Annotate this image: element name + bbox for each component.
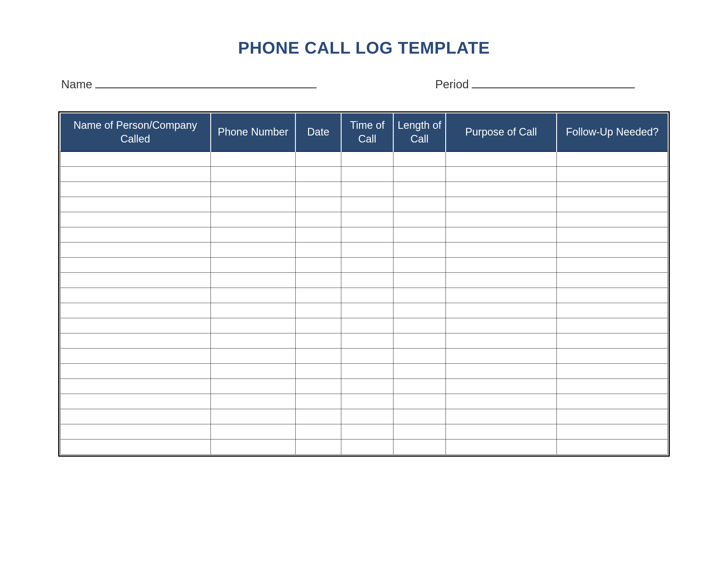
table-cell[interactable] — [393, 379, 446, 394]
table-cell[interactable] — [393, 212, 446, 227]
table-cell[interactable] — [296, 424, 341, 440]
table-cell[interactable] — [211, 212, 295, 227]
table-cell[interactable] — [296, 212, 341, 227]
table-cell[interactable] — [341, 440, 393, 455]
table-cell[interactable] — [446, 440, 556, 455]
table-cell[interactable] — [211, 334, 295, 349]
table-cell[interactable] — [446, 288, 556, 303]
table-cell[interactable] — [61, 394, 211, 409]
table-cell[interactable] — [296, 288, 341, 303]
table-cell[interactable] — [211, 424, 295, 440]
table-cell[interactable] — [556, 379, 667, 394]
table-cell[interactable] — [211, 394, 295, 409]
table-cell[interactable] — [211, 197, 295, 212]
table-cell[interactable] — [211, 257, 295, 273]
table-cell[interactable] — [393, 242, 446, 257]
table-cell[interactable] — [393, 424, 446, 440]
table-cell[interactable] — [393, 167, 446, 182]
table-cell[interactable] — [393, 151, 446, 167]
table-cell[interactable] — [556, 440, 667, 455]
table-cell[interactable] — [446, 334, 556, 349]
table-cell[interactable] — [211, 364, 295, 379]
table-cell[interactable] — [341, 334, 393, 349]
table-cell[interactable] — [61, 273, 211, 288]
table-cell[interactable] — [556, 364, 667, 379]
table-cell[interactable] — [296, 334, 341, 349]
table-cell[interactable] — [393, 257, 446, 273]
table-cell[interactable] — [341, 167, 393, 182]
table-cell[interactable] — [446, 151, 556, 167]
table-cell[interactable] — [341, 409, 393, 424]
table-cell[interactable] — [211, 379, 295, 394]
table-cell[interactable] — [393, 334, 446, 349]
table-cell[interactable] — [61, 151, 211, 167]
table-cell[interactable] — [296, 364, 341, 379]
table-cell[interactable] — [296, 182, 341, 197]
table-cell[interactable] — [341, 242, 393, 257]
table-cell[interactable] — [446, 424, 556, 440]
table-cell[interactable] — [446, 167, 556, 182]
table-cell[interactable] — [341, 379, 393, 394]
table-cell[interactable] — [556, 257, 667, 273]
table-cell[interactable] — [341, 303, 393, 318]
table-cell[interactable] — [341, 212, 393, 227]
table-cell[interactable] — [341, 257, 393, 273]
table-cell[interactable] — [393, 364, 446, 379]
table-cell[interactable] — [393, 197, 446, 212]
table-cell[interactable] — [341, 197, 393, 212]
table-cell[interactable] — [556, 394, 667, 409]
table-cell[interactable] — [556, 303, 667, 318]
table-cell[interactable] — [341, 182, 393, 197]
table-cell[interactable] — [296, 379, 341, 394]
table-cell[interactable] — [446, 349, 556, 364]
table-cell[interactable] — [296, 227, 341, 242]
table-cell[interactable] — [296, 257, 341, 273]
table-cell[interactable] — [446, 379, 556, 394]
table-cell[interactable] — [446, 182, 556, 197]
table-cell[interactable] — [296, 318, 341, 334]
table-cell[interactable] — [393, 394, 446, 409]
table-cell[interactable] — [393, 227, 446, 242]
table-cell[interactable] — [296, 273, 341, 288]
table-cell[interactable] — [61, 288, 211, 303]
table-cell[interactable] — [341, 394, 393, 409]
table-cell[interactable] — [393, 440, 446, 455]
table-cell[interactable] — [446, 409, 556, 424]
table-cell[interactable] — [393, 349, 446, 364]
table-cell[interactable] — [341, 318, 393, 334]
table-cell[interactable] — [393, 273, 446, 288]
table-cell[interactable] — [211, 242, 295, 257]
table-cell[interactable] — [61, 197, 211, 212]
table-cell[interactable] — [556, 334, 667, 349]
table-cell[interactable] — [556, 151, 667, 167]
table-cell[interactable] — [446, 318, 556, 334]
table-cell[interactable] — [556, 424, 667, 440]
table-cell[interactable] — [341, 227, 393, 242]
table-cell[interactable] — [61, 440, 211, 455]
table-cell[interactable] — [61, 182, 211, 197]
table-cell[interactable] — [296, 242, 341, 257]
table-cell[interactable] — [341, 151, 393, 167]
table-cell[interactable] — [556, 318, 667, 334]
table-cell[interactable] — [556, 349, 667, 364]
table-cell[interactable] — [446, 197, 556, 212]
table-cell[interactable] — [61, 167, 211, 182]
table-cell[interactable] — [296, 197, 341, 212]
table-cell[interactable] — [446, 227, 556, 242]
table-cell[interactable] — [61, 379, 211, 394]
table-cell[interactable] — [556, 197, 667, 212]
name-input-line[interactable] — [95, 87, 317, 88]
table-cell[interactable] — [211, 409, 295, 424]
table-cell[interactable] — [211, 303, 295, 318]
table-cell[interactable] — [61, 318, 211, 334]
table-cell[interactable] — [211, 167, 295, 182]
table-cell[interactable] — [61, 424, 211, 440]
table-cell[interactable] — [61, 257, 211, 273]
table-cell[interactable] — [61, 349, 211, 364]
table-cell[interactable] — [556, 288, 667, 303]
table-cell[interactable] — [556, 273, 667, 288]
table-cell[interactable] — [341, 288, 393, 303]
table-cell[interactable] — [446, 242, 556, 257]
table-cell[interactable] — [296, 151, 341, 167]
table-cell[interactable] — [61, 227, 211, 242]
